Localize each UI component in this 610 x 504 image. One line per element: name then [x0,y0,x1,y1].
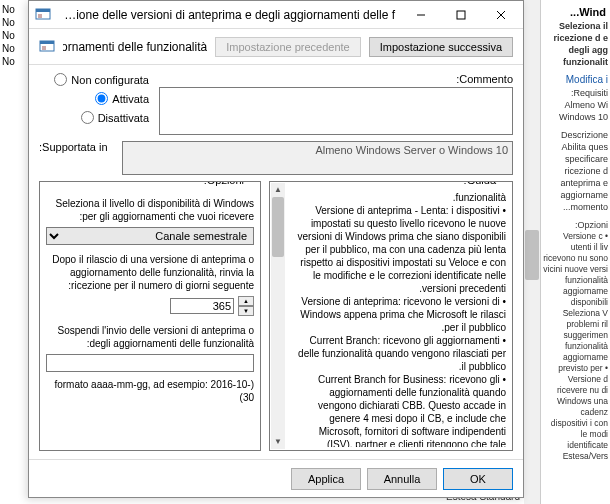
opt-format-hint: (formato aaaa-mm-gg, ad esempio: 2016-10… [46,378,254,404]
gpo-icon [35,7,51,23]
ok-button[interactable]: OK [443,468,513,490]
radio-not-configured[interactable]: Non configurata [39,73,149,86]
help-text: funzionalità. • Versione di anteprima - … [276,191,506,447]
radio-disabled[interactable]: Disattivata [39,111,149,124]
minimize-button[interactable] [401,2,441,28]
window-title: Seleziona il momento per la ricezione de… [55,8,401,22]
background-scrollbar[interactable] [524,0,540,504]
gpo-icon [39,39,55,55]
opt-readiness-label: Seleziona il livello di disponibilità di… [46,197,254,223]
background-right-panel: Wind... Seleziona il ricezione d e degli… [540,0,610,504]
state-radio-group: Non configurata Attivata Disattivata [39,73,149,135]
supported-text [122,141,513,175]
spinner-buttons[interactable]: ▲▼ [238,296,254,316]
maximize-button[interactable] [441,2,481,28]
comment-label: Commento: [159,73,513,85]
titlebar: Seleziona il momento per la ricezione de… [29,1,523,29]
dialog-footer: OK Annulla Applica [29,459,523,497]
help-scrollbar[interactable]: ▲▼ [271,183,285,449]
close-button[interactable] [481,2,521,28]
help-pane: Guida: ▲▼ funzionalità. • Versione di an… [269,181,513,451]
cancel-button[interactable]: Annulla [367,468,437,490]
supported-label: Supportata in: [39,141,114,153]
svg-rect-9 [42,46,46,50]
radio-enabled[interactable]: Attivata [39,92,149,105]
options-pane: Opzioni: Seleziona il livello di disponi… [39,181,261,451]
apply-button[interactable]: Applica [291,468,361,490]
comment-textarea[interactable] [159,87,513,135]
sub-header: Seleziona il momento per la ricezione de… [29,29,523,65]
defer-days-input[interactable] [170,298,234,314]
svg-rect-8 [40,41,54,44]
pause-date-input[interactable] [46,354,254,372]
readiness-combo[interactable]: Canale semestrale [46,227,254,245]
opt-defer-label: Dopo il rilascio di una versione di ante… [46,253,254,292]
svg-rect-4 [457,11,465,19]
background-left-column: No No No No No [0,0,20,504]
next-setting-button[interactable]: Impostazione successiva [369,37,513,57]
policy-dialog: Seleziona il momento per la ricezione de… [28,0,524,498]
prev-setting-button[interactable]: Impostazione precedente [215,37,361,57]
policy-subtitle: Seleziona il momento per la ricezione de… [63,40,207,54]
opt-pause-label: Sospendi l'invio delle versioni di antep… [46,324,254,350]
svg-rect-2 [38,14,42,18]
svg-rect-1 [36,9,50,12]
